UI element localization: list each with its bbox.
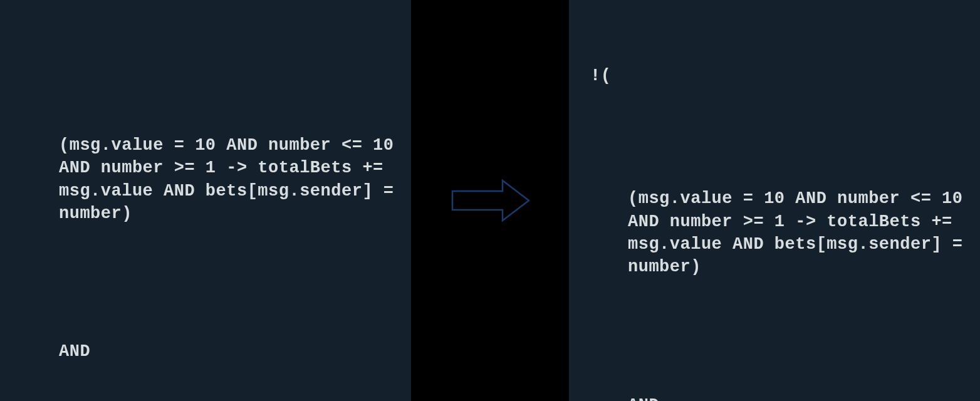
code-line-and: AND <box>11 340 400 363</box>
code-line-and: AND <box>580 394 969 401</box>
right-arrow-icon <box>446 175 534 226</box>
code-line: (msg.value = 10 AND number <= 10 AND num… <box>11 134 400 226</box>
code-line-open: !( <box>580 65 969 87</box>
arrow-gap <box>411 0 569 401</box>
left-code-panel: (msg.value = 10 AND number <= 10 AND num… <box>0 0 411 401</box>
right-code-panel: !( (msg.value = 10 AND number <= 10 AND … <box>569 0 980 401</box>
code-line: (msg.value = 10 AND number <= 10 AND num… <box>580 187 969 279</box>
